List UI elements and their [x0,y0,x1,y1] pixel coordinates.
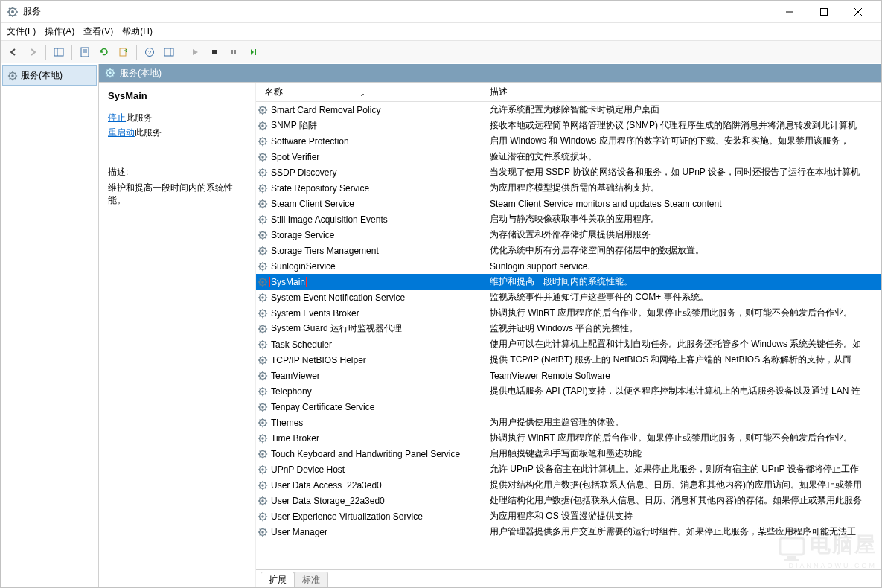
detail-desc-text: 维护和提高一段时间内的系统性能。 [108,182,246,207]
service-row[interactable]: Time Broker协调执行 WinRT 应用程序的后台作业。如果停止或禁用此… [256,430,881,446]
service-row[interactable]: SSDP Discovery当发现了使用 SSDP 协议的网络设备和服务，如 U… [256,164,881,180]
service-name: Still Image Acquisition Events [271,214,388,225]
service-desc: TeamViewer Remote Software [487,371,881,381]
svg-rect-27 [255,49,256,55]
service-name: Steam Client Service [271,199,354,209]
service-row[interactable]: Themes为用户提供使用主题管理的体验。 [256,415,881,430]
service-row[interactable]: Spot Verifier验证潜在的文件系统损坏。 [256,149,881,164]
service-row[interactable]: System Event Notification Service监视系统事件并… [256,290,881,305]
forward-button[interactable] [25,44,41,60]
service-name: Task Scheduler [271,339,332,350]
menu-view[interactable]: 查看(V) [83,25,113,38]
service-desc: Sunlogin support service. [487,261,881,272]
service-name: State Repository Service [271,183,369,194]
service-name: Smart Card Removal Policy [271,105,380,115]
gear-icon [7,71,18,81]
column-header-name[interactable]: 名称 [256,86,487,98]
service-row[interactable]: TCP/IP NetBIOS Helper提供 TCP/IP (NetBT) 服… [256,352,881,368]
maximize-button[interactable] [807,1,841,23]
gear-icon [258,480,268,490]
service-row[interactable]: Storage Tiers Management优化系统中所有分层存储空间的存储… [256,243,881,258]
service-row[interactable]: SNMP 陷阱接收本地或远程简单网络管理协议 (SNMP) 代理程序生成的陷阱消… [256,118,881,133]
service-row[interactable]: TeamViewerTeamViewer Remote Software [256,368,881,383]
service-name: Tenpay Certificate Service [271,402,374,412]
service-row[interactable]: User Experience Virtualization Service为应… [256,508,881,524]
column-header-desc[interactable]: 描述 [487,86,881,98]
tab-standard[interactable]: 标准 [294,572,328,587]
tree-item-label: 服务(本地) [21,69,63,82]
svg-rect-25 [231,50,233,54]
show-hide-tree-button[interactable] [51,44,67,60]
separator [71,45,72,60]
tree-item-services-local[interactable]: 服务(本地) [2,65,97,86]
services-window: 服务 文件(F) 操作(A) 查看(V) 帮助(H) ? [0,0,882,588]
gear-icon [258,214,268,225]
tab-extended[interactable]: 扩展 [261,572,295,587]
service-row[interactable]: User Manager用户管理器提供多用户交互所需要的运行时组件。如果停止此服… [256,524,881,540]
service-name: User Manager [271,527,327,537]
pause-service-button[interactable] [226,44,242,60]
service-row[interactable]: System Events Broker协调执行 WinRT 应用程序的后台作业… [256,305,881,321]
service-row[interactable]: UPnP Device Host允许 UPnP 设备宿主在此计算机上。如果停止此… [256,461,881,477]
help-button[interactable]: ? [141,44,158,60]
gear-icon [258,121,268,131]
menu-file[interactable]: 文件(F) [7,25,36,38]
gear-icon [258,308,268,319]
service-name: Touch Keyboard and Handwriting Panel Ser… [271,449,460,459]
service-row[interactable]: System Guard 运行时监视器代理监视并证明 Windows 平台的完整… [256,321,881,336]
service-desc: 优化系统中所有分层存储空间的存储层中的数据放置。 [487,244,881,257]
service-row[interactable]: Storage Service为存储设置和外部存储扩展提供启用服务 [256,227,881,243]
service-desc: 为应用程序模型提供所需的基础结构支持。 [487,182,881,194]
service-row[interactable]: Tenpay Certificate Service [256,399,881,415]
action-pane-button[interactable] [161,44,177,60]
stop-service-link[interactable]: 停止 [108,112,126,123]
stop-suffix: 此服务 [126,112,153,123]
start-service-button[interactable] [187,44,203,60]
service-row[interactable]: Steam Client ServiceSteam Client Service… [256,196,881,211]
service-row[interactable]: Telephony提供电话服务 API (TAPI)支持，以便各程序控制本地计算… [256,383,881,399]
detail-pane: SysMain 停止此服务 重启动此服务 描述: 维护和提高一段时间内的系统性能… [99,83,255,587]
service-desc: 提供电话服务 API (TAPI)支持，以便各程序控制本地计算机上的电话服务设备… [487,385,881,397]
back-button[interactable] [5,44,22,60]
service-row[interactable]: SunloginServiceSunlogin support service. [256,258,881,274]
gear-icon [258,105,268,115]
refresh-button[interactable] [96,44,112,60]
menu-help[interactable]: 帮助(H) [122,25,153,38]
gear-icon [258,433,268,444]
menu-action[interactable]: 操作(A) [45,25,74,38]
gear-icon [258,355,268,365]
service-name: SNMP 陷阱 [271,119,317,132]
export-button[interactable] [115,44,132,60]
service-name: Storage Tiers Management [271,246,379,256]
service-row[interactable]: SysMain维护和提高一段时间内的系统性能。 [256,274,881,290]
service-desc: 接收本地或远程简单网络管理协议 (SNMP) 代理程序生成的陷阱消息并将消息转发… [487,119,881,132]
service-name: SSDP Discovery [271,167,336,178]
service-row[interactable]: Software Protection启用 Windows 和 Windows … [256,133,881,149]
properties-button[interactable] [77,44,93,60]
service-row[interactable]: State Repository Service为应用程序模型提供所需的基础结构… [256,180,881,196]
gear-icon [258,371,268,381]
gear-icon [258,339,268,350]
service-row[interactable]: User Data Access_22a3ed0提供对结构化用户数据(包括联系人… [256,477,881,493]
gear-icon [258,167,268,178]
service-name: User Data Storage_22a3ed0 [271,496,385,506]
gear-icon [258,136,268,147]
gear-icon [258,324,268,334]
service-row[interactable]: User Data Storage_22a3ed0处理结构化用户数据(包括联系人… [256,493,881,508]
minimize-button[interactable] [773,1,807,23]
tree-pane: 服务(本地) [1,64,99,587]
stop-service-button[interactable] [206,44,223,60]
service-desc: 处理结构化用户数据(包括联系人信息、日历、消息和其他内容)的存储。如果停止或禁用… [487,494,881,507]
service-desc: 协调执行 WinRT 应用程序的后台作业。如果停止或禁用此服务，则可能不会触发后… [487,307,881,319]
gear-icon [258,152,268,162]
service-row[interactable]: Touch Keyboard and Handwriting Panel Ser… [256,446,881,461]
service-row[interactable]: Smart Card Removal Policy允许系统配置为移除智能卡时锁定… [256,102,881,118]
service-desc: 用户管理器提供多用户交互所需要的运行时组件。如果停止此服务，某些应用程序可能无法… [487,525,881,538]
service-row[interactable]: Task Scheduler使用户可以在此计算机上配置和计划自动任务。此服务还托… [256,336,881,352]
restart-service-button[interactable] [245,44,261,60]
close-button[interactable] [841,1,875,23]
service-row[interactable]: Still Image Acquisition Events启动与静态映像获取事… [256,211,881,227]
service-name: SysMain [271,277,305,287]
restart-service-link[interactable]: 重启动 [108,127,135,138]
service-desc: 验证潜在的文件系统损坏。 [487,150,881,163]
